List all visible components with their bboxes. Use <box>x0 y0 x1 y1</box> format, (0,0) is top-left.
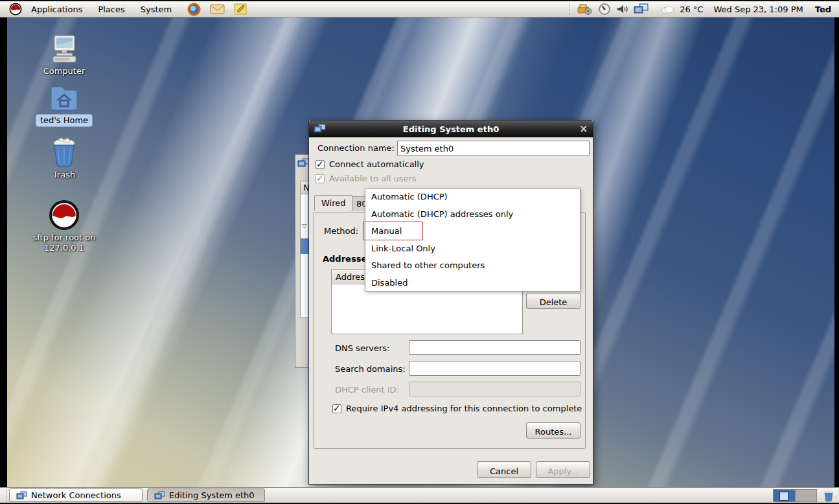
connect-automatically-checkbox[interactable] <box>316 160 325 169</box>
tray-separator <box>569 3 569 15</box>
taskbar-handle <box>1 489 6 502</box>
top-panel: Applications Places System <box>0 0 839 17</box>
method-label: Method: <box>324 226 358 236</box>
menu-system[interactable]: System <box>134 3 178 16</box>
desktop-icon-label: ted's Home <box>36 114 93 127</box>
taskbar-window-network-connections[interactable]: Network Connections <box>9 488 143 502</box>
user-menu[interactable]: Ted <box>815 5 831 14</box>
weather-cloud-icon[interactable] <box>660 5 674 14</box>
available-to-all-users-label: Available to all users <box>329 174 417 183</box>
dhcp-client-id-input <box>409 382 580 396</box>
email-launcher-icon[interactable] <box>210 3 225 15</box>
option-shared-to-other-computers[interactable]: Shared to other computers <box>365 257 580 275</box>
desktop-icon-home[interactable]: ted's Home <box>30 85 98 127</box>
dialog-title: Editing System eth0 <box>309 124 593 134</box>
desktop-icon-label: sftp for root on 127.0.0.1 <box>26 233 102 253</box>
taskbar-window-label: Network Connections <box>31 490 121 500</box>
require-ipv4-checkbox[interactable] <box>332 404 341 413</box>
screen: Applications Places System <box>0 0 839 504</box>
option-link-local-only[interactable]: Link-Local Only <box>365 240 580 258</box>
desktop-icon-trash[interactable]: Trash <box>30 135 98 180</box>
option-automatic-dhcp-addresses-only[interactable]: Automatic (DHCP) addresses only <box>365 206 580 223</box>
editing-system-eth0-dialog: Editing System eth0 × Connection name: C… <box>308 120 593 485</box>
search-domains-input[interactable] <box>409 361 580 376</box>
search-domains-label: Search domains: <box>335 364 406 374</box>
menu-places[interactable]: Places <box>91 3 131 16</box>
temperature-label[interactable]: 26 °C <box>680 5 703 14</box>
dns-servers-label: DNS servers: <box>335 343 389 353</box>
taskbar-window-editing-system-eth0[interactable]: Editing System eth0 <box>147 488 265 502</box>
desktop-icon-label: Computer <box>43 66 86 76</box>
window-network-icon <box>154 491 165 500</box>
delete-button[interactable]: Delete <box>526 293 580 309</box>
method-dropdown-list: Automatic (DHCP) Automatic (DHCP) addres… <box>365 188 580 292</box>
network-tray-icon[interactable] <box>634 3 649 16</box>
desktop-icon-sftp[interactable]: sftp for root on 127.0.0.1 <box>26 200 102 253</box>
desktop-icon-label: Trash <box>53 170 75 180</box>
gauge-tray-icon[interactable] <box>598 3 611 16</box>
routes-button[interactable]: Routes... <box>526 422 580 439</box>
firefox-launcher-icon[interactable] <box>187 3 201 16</box>
printer-gear-tray-icon[interactable] <box>577 3 593 16</box>
volume-tray-icon[interactable] <box>616 3 628 15</box>
menu-applications[interactable]: Applications <box>25 3 89 16</box>
option-automatic-dhcp[interactable]: Automatic (DHCP) <box>365 189 580 206</box>
connection-name-label: Connection name: <box>317 143 395 153</box>
desktop-icon-computer[interactable]: Computer <box>30 34 98 76</box>
connection-name-input[interactable] <box>397 141 590 156</box>
require-ipv4-label: Require IPv4 addressing for this connect… <box>346 404 582 413</box>
apply-button: Apply... <box>536 461 590 478</box>
connect-automatically-label: Connect automatically <box>329 159 424 169</box>
taskbar: Network Connections Editing System eth0 <box>0 487 839 504</box>
option-disabled[interactable]: Disabled <box>365 275 580 292</box>
notes-launcher-icon[interactable] <box>234 3 247 16</box>
computer-icon <box>49 34 80 64</box>
redhat-logo-icon[interactable] <box>9 3 22 16</box>
dns-servers-input[interactable] <box>409 340 580 355</box>
tab-wired[interactable]: Wired <box>314 195 353 211</box>
taskbar-trash-icon[interactable] <box>822 489 835 502</box>
sftp-redhat-icon <box>49 200 80 231</box>
trash-icon <box>49 135 79 168</box>
cancel-button[interactable]: Cancel <box>477 461 531 478</box>
clock-label[interactable]: Wed Sep 23, 1:09 PM <box>713 5 803 14</box>
workspace-2[interactable] <box>795 490 816 501</box>
close-icon[interactable]: × <box>579 123 588 135</box>
dialog-titlebar[interactable]: Editing System eth0 × <box>309 120 593 137</box>
manual-option-highlight <box>363 222 423 240</box>
workspace-1[interactable] <box>774 490 795 501</box>
dhcp-client-id-label: DHCP client ID: <box>335 385 399 395</box>
home-folder-icon <box>49 85 80 112</box>
window-network-icon <box>16 491 27 500</box>
workspace-switcher[interactable] <box>773 489 817 502</box>
expander-icon[interactable]: ▽ <box>302 223 306 229</box>
available-to-all-users-checkbox[interactable] <box>316 174 325 183</box>
taskbar-window-label: Editing System eth0 <box>169 490 255 500</box>
